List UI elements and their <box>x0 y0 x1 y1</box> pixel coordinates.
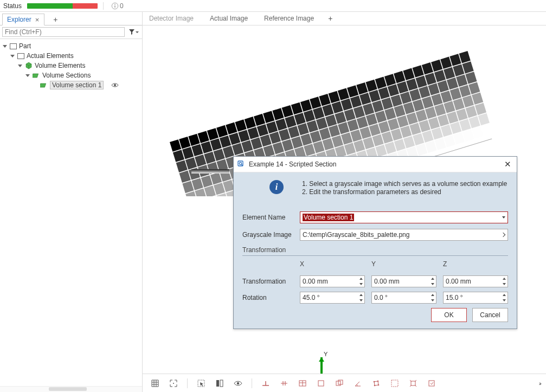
tab-actual-image[interactable]: Actual Image <box>208 14 250 23</box>
tool-fit[interactable] <box>165 376 182 390</box>
svg-rect-7 <box>179 137 190 149</box>
new-tab-button[interactable]: + <box>49 14 62 25</box>
sidebar-scrollbar[interactable] <box>0 386 142 392</box>
scrollbar-thumb[interactable] <box>49 387 87 391</box>
svg-rect-132 <box>459 85 471 98</box>
info-count-value: 0 <box>120 2 124 10</box>
down-icon[interactable] <box>431 283 434 285</box>
expand-icon[interactable] <box>10 53 15 59</box>
tree-volume-section-1[interactable]: Volume section 1 <box>2 80 142 90</box>
grayscale-label: Grayscale Image <box>242 231 293 239</box>
svg-rect-37 <box>459 51 471 63</box>
svg-rect-192 <box>428 117 440 130</box>
tree-actual-elements[interactable]: Actual Elements <box>2 51 142 61</box>
tool-plane-3[interactable] <box>294 376 311 390</box>
tree-label: Volume Elements <box>35 62 85 69</box>
tool-section-single[interactable] <box>313 376 329 390</box>
svg-rect-169 <box>214 183 225 195</box>
svg-rect-76 <box>232 143 243 156</box>
svg-rect-106 <box>216 159 228 172</box>
tool-poly[interactable] <box>368 376 384 390</box>
element-name-field[interactable]: Volume section 1 <box>300 211 508 223</box>
svg-rect-160 <box>425 107 436 119</box>
tab-detector-image[interactable]: Detector Image <box>147 14 196 23</box>
down-icon[interactable] <box>503 299 506 301</box>
info-count[interactable]: 0 <box>111 2 124 10</box>
tool-bbox[interactable] <box>387 376 403 390</box>
tool-plane-2[interactable] <box>276 376 292 390</box>
svg-rect-45 <box>238 130 249 142</box>
svg-rect-195 <box>456 108 467 121</box>
up-icon[interactable] <box>431 278 434 280</box>
svg-rect-122 <box>366 113 377 126</box>
tool-plane-1[interactable] <box>258 376 274 390</box>
tree-volume-elements[interactable]: Volume Elements <box>2 61 142 70</box>
svg-rect-15 <box>254 114 265 126</box>
rotation-y[interactable]: 0.0 ° <box>371 292 436 304</box>
svg-rect-125 <box>394 105 405 118</box>
visibility-toggle[interactable] <box>111 81 119 89</box>
close-icon[interactable]: ✕ <box>502 159 513 169</box>
eye-icon <box>111 81 119 89</box>
ok-button[interactable]: OK <box>431 308 467 322</box>
tool-crop-out[interactable] <box>405 376 421 390</box>
dialog-title-text: Example 14 - Scripted Section <box>249 160 336 168</box>
tab-reference-image[interactable]: Reference Image <box>262 14 316 23</box>
tool-compare[interactable] <box>211 376 228 390</box>
tree-part[interactable]: Part <box>2 41 142 51</box>
svg-rect-275 <box>216 380 219 387</box>
translation-z[interactable]: 0.00 mm <box>443 275 508 287</box>
down-icon[interactable] <box>359 299 363 301</box>
tool-pointer[interactable] <box>193 376 209 390</box>
up-icon[interactable] <box>431 294 434 296</box>
tab-explorer[interactable]: Explorer × <box>2 14 44 25</box>
col-y: Y <box>371 260 436 268</box>
up-icon[interactable] <box>359 294 363 296</box>
up-icon[interactable] <box>359 278 363 280</box>
svg-point-2 <box>114 4 115 5</box>
svg-rect-256 <box>434 138 446 150</box>
expand-icon[interactable] <box>25 73 30 78</box>
tool-grid[interactable] <box>147 376 163 390</box>
svg-rect-68 <box>453 64 464 76</box>
filter-button[interactable] <box>127 27 140 37</box>
new-viewport-tab[interactable]: + <box>328 14 332 23</box>
svg-rect-92 <box>381 98 393 110</box>
up-icon[interactable] <box>503 294 506 296</box>
svg-rect-276 <box>220 380 223 387</box>
svg-rect-162 <box>444 101 455 113</box>
tool-angle[interactable] <box>350 376 366 390</box>
svg-rect-133 <box>468 82 480 94</box>
svg-rect-65 <box>425 73 436 85</box>
tool-visibility[interactable] <box>230 376 246 390</box>
down-icon[interactable] <box>503 283 506 285</box>
expand-icon[interactable] <box>17 63 23 68</box>
up-icon[interactable] <box>503 278 506 280</box>
expand-icon[interactable] <box>2 43 8 49</box>
svg-rect-74 <box>214 149 225 161</box>
dialog-titlebar[interactable]: Example 14 - Scripted Section ✕ <box>234 157 517 172</box>
svg-rect-34 <box>431 60 442 72</box>
translation-x[interactable]: 0.00 mm <box>300 275 365 287</box>
down-icon[interactable] <box>431 299 434 301</box>
overflow-button[interactable]: ›› <box>538 380 542 387</box>
svg-rect-279 <box>318 381 324 386</box>
down-icon[interactable] <box>359 283 363 285</box>
tool-crop-in[interactable] <box>423 376 440 390</box>
close-icon[interactable]: × <box>34 16 41 23</box>
search-input[interactable] <box>2 27 125 37</box>
row-grayscale: Grayscale Image C:\temp\Grayscale_8bits_… <box>242 229 508 241</box>
svg-rect-200 <box>208 196 219 196</box>
tool-section-double[interactable] <box>331 376 348 390</box>
svg-rect-12 <box>226 123 237 135</box>
svg-rect-167 <box>195 189 206 196</box>
rotation-z[interactable]: 15.0 ° <box>443 292 508 304</box>
grayscale-field[interactable]: C:\temp\Grayscale_8bits_palette.png <box>300 229 508 241</box>
svg-rect-257 <box>444 135 455 147</box>
cancel-button[interactable]: Cancel <box>472 308 508 322</box>
translation-y[interactable]: 0.00 mm <box>371 275 436 287</box>
tree-volume-sections[interactable]: Volume Sections <box>2 70 142 80</box>
row-col-headers: X Y Z <box>242 260 508 271</box>
rotation-x[interactable]: 45.0 ° <box>300 292 365 304</box>
dialog-intro-line2: 2. Edit the transformation parameters as… <box>302 188 507 196</box>
